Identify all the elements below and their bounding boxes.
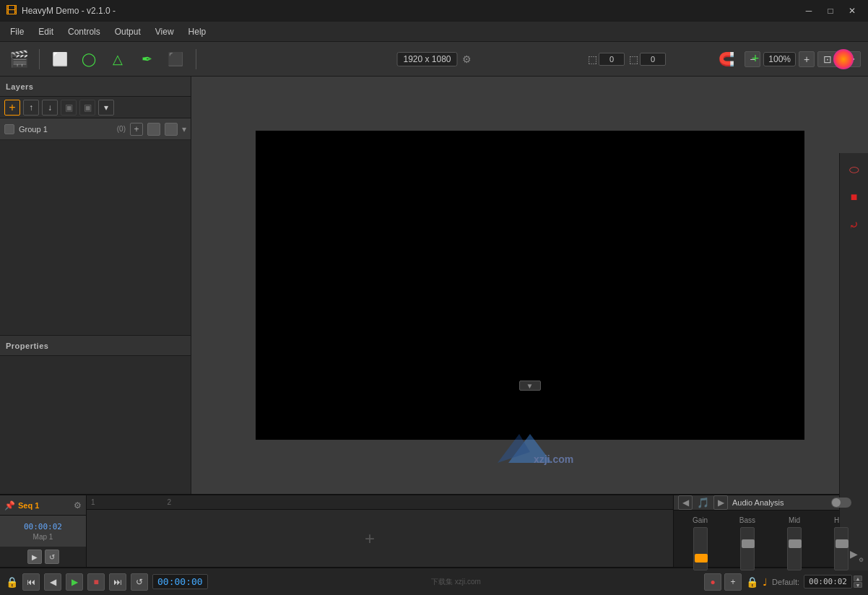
menu-output[interactable]: Output <box>108 24 148 40</box>
transport-go-end-button[interactable]: ⏭ <box>109 573 126 591</box>
transform-x-icon: ⬚ <box>588 53 597 65</box>
canvas-area[interactable]: xzji.com ▼ <box>191 77 868 494</box>
layer-chevron-button[interactable]: ▾ <box>98 100 114 116</box>
titlebar: 🎞 HeavyM Demo - v2.1.0 - ─ □ ✕ <box>0 0 868 22</box>
seq-header: 📌 Seq 1 ⚙ <box>0 495 86 516</box>
audio-gain-label: Gain <box>693 516 708 524</box>
time-up-button[interactable]: ▲ <box>854 576 862 581</box>
layers-title: Layers <box>6 82 33 91</box>
seq-clip-time: 00:00:02 <box>24 522 62 531</box>
transport-loop-button[interactable]: ↺ <box>131 573 148 591</box>
transform-y-field: ⬚ 0 <box>629 53 666 66</box>
transport-action-button[interactable]: + <box>724 573 742 591</box>
default-label: Default: <box>772 578 799 586</box>
menubar: File Edit Controls Output View Help <box>0 22 868 42</box>
menu-file[interactable]: File <box>3 24 31 40</box>
layer-expand-icon[interactable]: ▾ <box>182 124 186 134</box>
default-time-display[interactable]: 00:00:02 <box>804 575 852 589</box>
layer-action-2-button[interactable]: ▣ <box>79 100 95 116</box>
audio-high-knob[interactable] <box>836 539 849 548</box>
timeline-content[interactable]: + <box>87 510 673 567</box>
layer-add-child-button[interactable]: + <box>130 123 143 136</box>
seq-clip[interactable]: 00:00:02 Map 1 <box>0 516 86 547</box>
sequencer-row: 📌 Seq 1 ⚙ 00:00:02 Map 1 ▶ ↺ 1 2 + <box>0 495 868 568</box>
layer-action-1-button[interactable]: ▣ <box>61 100 77 116</box>
audio-mid-knob[interactable] <box>789 539 802 548</box>
menu-edit[interactable]: Edit <box>31 24 61 40</box>
seq-play-button[interactable]: ▶ <box>27 550 42 564</box>
transport-bar: 🔒 ⏮ ◀ ▶ ■ ⏭ ↺ 00:00:00 下载集 xzji.com ● + … <box>0 568 868 595</box>
toolbar-separator-1 <box>39 49 40 69</box>
audio-channel-bass: Bass <box>726 516 768 570</box>
layer-count: (0) <box>117 125 126 133</box>
transport-watermark: 下载集 xzji.com <box>431 577 481 587</box>
default-time-spinner[interactable]: ▲ ▼ <box>854 576 862 588</box>
resolution-settings-icon[interactable]: ⚙ <box>462 53 472 65</box>
home-icon[interactable]: 🎬 <box>7 48 30 71</box>
audio-mid-fader[interactable] <box>787 527 802 570</box>
transport-rewind-button[interactable]: ◀ <box>44 573 61 591</box>
audio-bass-label: Bass <box>739 516 755 524</box>
magnet-icon[interactable]: 🧲 <box>715 48 738 71</box>
seq-pin-icon: 📌 <box>4 500 15 511</box>
layer-item[interactable]: Group 1 (0) + ▾ <box>0 118 191 140</box>
transform-y-input[interactable]: 0 <box>640 53 666 66</box>
window-title: HeavyM Demo - v2.1.0 - <box>22 6 116 16</box>
transport-go-start-button[interactable]: ⏮ <box>22 573 40 591</box>
transport-record-button[interactable]: ● <box>704 573 721 591</box>
canvas-preview <box>256 131 804 440</box>
zoom-value: 100% <box>763 52 796 66</box>
audio-metronome-icon[interactable]: 🎵 <box>697 497 709 508</box>
layer-move-up-button[interactable]: ↑ <box>23 100 39 116</box>
minimize-button[interactable]: ─ <box>799 4 819 18</box>
timeline-add-button[interactable]: + <box>365 529 375 549</box>
layer-move-down-button[interactable]: ↓ <box>42 100 58 116</box>
nav-prev-button[interactable]: ◀ <box>678 495 693 510</box>
transport-stop-button[interactable]: ■ <box>87 573 105 591</box>
layer-vis-btn-1[interactable] <box>147 123 160 136</box>
layers-toolbar: + ↑ ↓ ▣ ▣ ▾ <box>0 97 191 118</box>
audio-gain-knob[interactable] <box>695 554 708 563</box>
toolbar: 🎬 ⬜ ◯ △ ✒ ⬛ 1920 x 1080 ⚙ ⬚ 0 ⬚ 0 − 100%… <box>0 42 868 77</box>
audio-bass-knob[interactable] <box>742 539 755 548</box>
transport-play-button[interactable]: ▶ <box>66 573 83 591</box>
seq-settings-icon[interactable]: ⚙ <box>74 500 82 511</box>
zoom-in-button[interactable]: + <box>799 51 815 67</box>
titlebar-left: 🎞 HeavyM Demo - v2.1.0 - <box>6 4 116 17</box>
audio-title: Audio Analysis <box>732 498 827 507</box>
transport-pin-icon: 🔒 <box>6 576 18 588</box>
rectangle-shape-icon[interactable]: ⬜ <box>48 48 71 71</box>
transform-y-icon: ⬚ <box>629 53 638 65</box>
maximize-button[interactable]: □ <box>820 4 841 18</box>
time-down-button[interactable]: ▼ <box>854 582 862 588</box>
seq-loop-button[interactable]: ↺ <box>45 550 59 564</box>
layer-visibility-checkbox[interactable] <box>4 124 14 134</box>
color-picker-icon[interactable] <box>833 49 854 69</box>
timeline-collapse-button[interactable]: ▼ <box>519 381 541 391</box>
layer-vis-btn-2[interactable] <box>165 123 178 136</box>
menu-help[interactable]: Help <box>181 24 214 40</box>
right-tool-rectangle-icon[interactable]: ⬭ <box>843 159 865 181</box>
audio-high-fader[interactable] <box>834 527 849 570</box>
transform-x-input[interactable]: 0 <box>599 53 625 66</box>
audio-toggle[interactable] <box>831 498 851 508</box>
right-tool-fill-icon[interactable]: ■ <box>843 186 865 208</box>
circle-shape-icon[interactable]: ◯ <box>77 48 100 71</box>
add-icon[interactable]: + <box>744 48 767 71</box>
audio-bass-fader[interactable] <box>740 527 755 570</box>
audio-gain-fader[interactable] <box>693 527 708 570</box>
triangle-shape-icon[interactable]: △ <box>106 48 129 71</box>
close-button[interactable]: ✕ <box>842 4 862 18</box>
ruler-mark-2: 2 <box>168 498 172 506</box>
mask-shape-icon[interactable]: ⬛ <box>164 48 187 71</box>
nav-next-button[interactable]: ▶ <box>713 495 728 510</box>
menu-view[interactable]: View <box>148 24 181 40</box>
menu-controls[interactable]: Controls <box>61 24 108 40</box>
ruler-mark-1: 1 <box>91 498 95 506</box>
add-layer-button[interactable]: + <box>4 100 20 116</box>
audio-analysis-container: ◀ 🎵 ▶ Audio Analysis ⚙ Gain Bass <box>673 495 868 567</box>
pen-shape-icon[interactable]: ✒ <box>135 48 158 71</box>
properties-title: Properties <box>6 342 48 350</box>
right-tool-feedback-icon[interactable]: ⤾ <box>843 214 865 235</box>
audio-mid-label: Mid <box>789 516 800 524</box>
